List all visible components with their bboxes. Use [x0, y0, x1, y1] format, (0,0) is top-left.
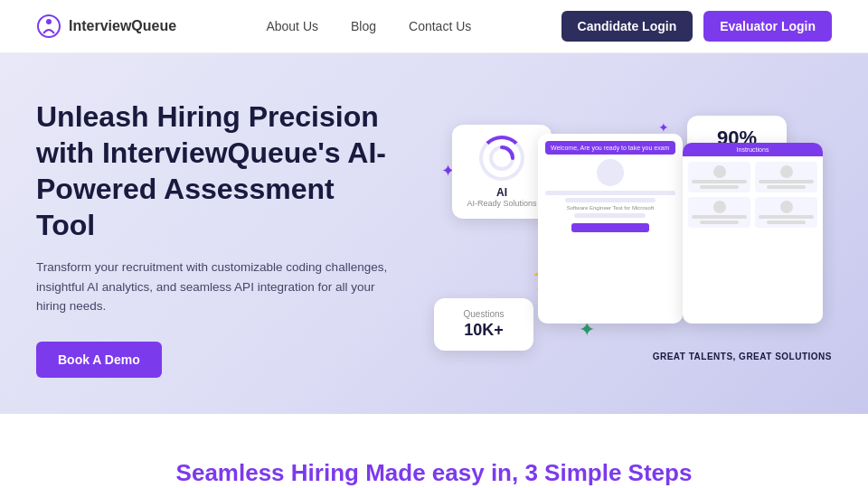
mockup-line-3: [574, 213, 646, 218]
instr-icon-2: [780, 165, 793, 178]
ai-circle-icon: [479, 136, 524, 181]
hero-content: Unleash Hiring Precision with InterviewQ…: [36, 99, 398, 378]
steps-section: Seamless Hiring Made easy in, 3 Simple S…: [0, 414, 868, 488]
ai-card-label: AI: [467, 186, 537, 199]
mockup-line-1: [545, 191, 675, 195]
mockup-avatar: [597, 159, 624, 186]
questions-card: Questions 10K+: [434, 298, 533, 351]
instr-item-2: [755, 162, 817, 192]
instr-icon-4: [780, 201, 793, 213]
hero-title: Unleash Hiring Precision with InterviewQ…: [36, 99, 398, 243]
evaluator-login-button[interactable]: Evaluator Login: [703, 11, 832, 42]
instr-line-3: [759, 180, 814, 183]
hero-visuals: ✦ ✦ ✦ ✦ ⚡ AI AI-Ready Solutions 90% Time…: [398, 107, 832, 369]
mockup-exam-title: Software Engineer Test for Microsoft: [545, 205, 675, 211]
logo[interactable]: InterviewQueue: [36, 14, 176, 39]
instr-item-3: [688, 197, 750, 228]
nav-contact[interactable]: Contact Us: [409, 18, 471, 34]
nav-links: About Us Blog Contact Us: [266, 18, 471, 34]
instr-line-2: [700, 185, 739, 189]
instr-line-6: [700, 221, 739, 224]
svg-point-1: [46, 19, 52, 24]
mockup-start-btn: [571, 223, 649, 232]
instr-icon-3: [713, 201, 726, 213]
ai-card-sublabel: AI-Ready Solutions: [467, 199, 537, 208]
mockup-header: Welcome, Are you ready to take you exam: [545, 141, 675, 155]
book-demo-button[interactable]: Book A Demo: [36, 342, 162, 378]
navbar: InterviewQueue About Us Blog Contact Us …: [0, 0, 868, 53]
nav-about[interactable]: About Us: [266, 18, 318, 34]
nav-buttons: Candidate Login Evaluator Login: [561, 11, 832, 42]
instructions-header: Instructions: [683, 143, 823, 156]
instr-icon-1: [713, 165, 726, 178]
candidate-login-button[interactable]: Candidate Login: [561, 11, 693, 42]
instr-item-1: [688, 162, 750, 192]
instructions-body: [683, 156, 823, 233]
questions-value: 10K+: [448, 321, 519, 340]
instr-line-1: [692, 180, 747, 183]
logo-text: InterviewQueue: [69, 18, 176, 34]
mockup-line-2: [565, 198, 656, 202]
hero-subtitle: Transform your recruitment with customiz…: [36, 258, 398, 316]
great-talents-text: GREAT TALENTS, GREAT SOLUTIONS: [653, 352, 832, 361]
instr-line-5: [692, 215, 747, 219]
ai-card: AI AI-Ready Solutions: [452, 125, 552, 219]
instr-item-4: [755, 197, 817, 228]
instr-line-7: [759, 215, 814, 219]
svg-point-0: [38, 15, 60, 37]
logo-icon: [36, 14, 61, 39]
nav-blog[interactable]: Blog: [351, 18, 376, 34]
instr-line-4: [767, 185, 806, 189]
questions-label: Questions: [448, 309, 519, 319]
instr-line-8: [767, 221, 806, 224]
steps-title: Seamless Hiring Made easy in, 3 Simple S…: [36, 459, 832, 487]
instructions-card: Instructions: [683, 143, 823, 324]
sparkle-icon-2: ✦: [658, 120, 669, 135]
hero-section: Unleash Hiring Precision with InterviewQ…: [0, 53, 868, 414]
exam-screen-mockup: Welcome, Are you ready to take you exam …: [538, 134, 683, 324]
